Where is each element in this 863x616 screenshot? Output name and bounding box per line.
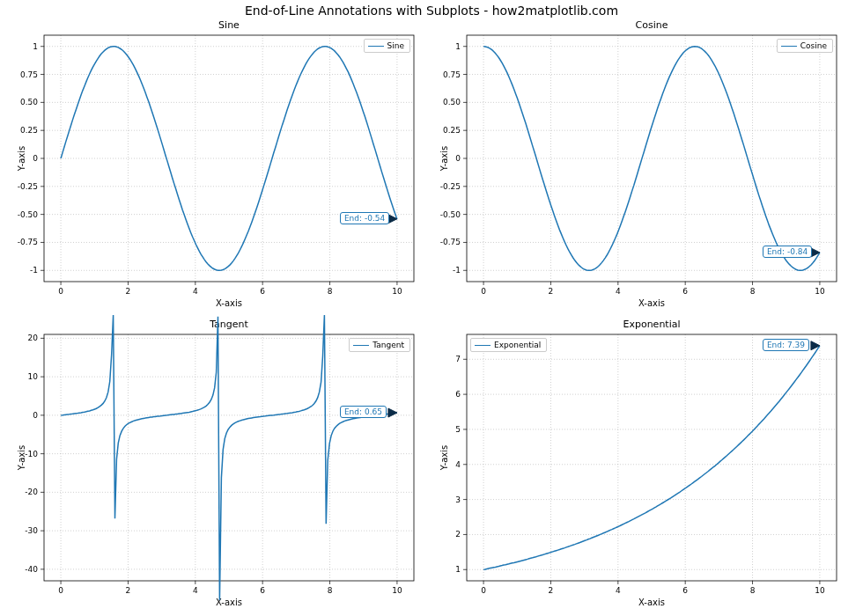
- svg-text:0.25: 0.25: [443, 126, 461, 135]
- subplot-exponential: Exponential Y-axis X-axis 02468101234567…: [467, 334, 837, 581]
- legend: Sine: [364, 39, 410, 53]
- svg-text:5: 5: [455, 425, 461, 434]
- axes-title: Exponential: [467, 319, 837, 330]
- legend-line-icon: [368, 46, 384, 47]
- svg-text:-1: -1: [30, 266, 38, 275]
- svg-text:1: 1: [455, 42, 461, 51]
- svg-text:8: 8: [328, 586, 333, 595]
- end-annotation: End: -0.54: [340, 212, 389, 224]
- svg-text:-40: -40: [25, 565, 38, 574]
- y-axis-label: Y-axis: [439, 146, 449, 172]
- svg-text:6: 6: [260, 586, 265, 595]
- svg-text:-0.75: -0.75: [18, 238, 38, 246]
- axes-title: Tangent: [44, 319, 414, 330]
- svg-rect-107: [44, 334, 414, 581]
- legend-line-icon: [781, 46, 797, 47]
- svg-text:1: 1: [455, 565, 461, 574]
- svg-text:10: 10: [815, 287, 825, 296]
- legend-line-icon: [475, 345, 491, 346]
- subplot-cosine: Cosine Y-axis X-axis 0246810-1-0.75-0.50…: [467, 35, 837, 282]
- svg-text:0: 0: [58, 586, 63, 595]
- svg-text:0: 0: [455, 154, 461, 163]
- svg-text:0: 0: [481, 287, 486, 296]
- svg-text:2: 2: [126, 586, 131, 595]
- svg-text:10: 10: [815, 586, 825, 595]
- subplot-tangent: Tangent Y-axis X-axis 0246810-40-30-20-1…: [44, 334, 414, 581]
- svg-text:10: 10: [28, 372, 39, 381]
- svg-text:20: 20: [28, 334, 39, 342]
- y-axis-label: Y-axis: [17, 146, 26, 172]
- svg-text:2: 2: [549, 586, 554, 595]
- svg-text:4: 4: [616, 586, 621, 595]
- svg-text:0.25: 0.25: [20, 126, 38, 135]
- legend-label: Exponential: [494, 341, 541, 349]
- svg-marker-134: [388, 408, 397, 417]
- legend: Exponential: [470, 338, 547, 352]
- svg-text:0: 0: [33, 411, 38, 420]
- end-annotation: End: 0.65: [340, 406, 387, 418]
- svg-rect-148: [467, 334, 837, 581]
- svg-text:8: 8: [328, 287, 333, 296]
- svg-text:6: 6: [682, 287, 688, 296]
- svg-text:-10: -10: [25, 450, 38, 458]
- axes-title: Cosine: [467, 19, 837, 31]
- svg-text:-1: -1: [453, 266, 461, 275]
- svg-text:-0.75: -0.75: [440, 238, 461, 246]
- svg-text:4: 4: [616, 287, 621, 296]
- svg-text:3: 3: [455, 495, 461, 504]
- svg-text:-20: -20: [25, 488, 38, 496]
- svg-text:7: 7: [455, 355, 461, 363]
- svg-text:2: 2: [549, 287, 554, 296]
- svg-text:2: 2: [126, 287, 131, 296]
- axes-title: Sine: [44, 19, 414, 31]
- svg-text:-0.25: -0.25: [440, 182, 461, 191]
- axes-canvas: 0246810-40-30-20-1001020: [44, 334, 414, 581]
- svg-text:-30: -30: [25, 526, 38, 535]
- legend: Cosine: [777, 39, 833, 53]
- svg-text:2: 2: [455, 530, 461, 539]
- svg-text:0.75: 0.75: [443, 70, 461, 79]
- x-axis-label: X-axis: [44, 598, 414, 607]
- svg-text:-0.50: -0.50: [440, 210, 461, 219]
- figure-suptitle: End-of-Line Annotations with Subplots - …: [0, 4, 863, 18]
- axes-canvas: 02468101234567: [467, 334, 837, 581]
- svg-text:0: 0: [33, 154, 38, 163]
- svg-text:4: 4: [455, 460, 461, 469]
- svg-text:6: 6: [260, 287, 265, 296]
- figure: End-of-Line Annotations with Subplots - …: [0, 0, 863, 616]
- axes-canvas: 0246810-1-0.75-0.50-0.2500.250.500.751: [44, 35, 414, 282]
- svg-text:-0.50: -0.50: [18, 210, 39, 219]
- legend-label: Sine: [387, 41, 404, 50]
- end-annotation: End: -0.84: [763, 246, 812, 258]
- svg-text:6: 6: [455, 390, 461, 399]
- x-axis-label: X-axis: [44, 298, 414, 308]
- svg-text:1: 1: [33, 42, 38, 51]
- legend-label: Cosine: [800, 41, 827, 50]
- legend-label: Tangent: [372, 341, 404, 349]
- svg-text:0: 0: [481, 586, 486, 595]
- svg-text:4: 4: [193, 586, 198, 595]
- svg-text:0.50: 0.50: [20, 98, 38, 106]
- svg-text:-0.25: -0.25: [18, 182, 38, 191]
- svg-text:8: 8: [750, 586, 756, 595]
- legend: Tangent: [349, 338, 410, 352]
- svg-text:10: 10: [392, 287, 402, 296]
- end-annotation: End: 7.39: [763, 339, 809, 351]
- x-axis-label: X-axis: [467, 598, 837, 607]
- svg-text:8: 8: [750, 287, 756, 296]
- svg-text:0.75: 0.75: [20, 70, 38, 79]
- svg-text:0: 0: [58, 287, 63, 296]
- y-axis-label: Y-axis: [439, 445, 449, 471]
- svg-text:0.50: 0.50: [443, 98, 461, 106]
- subplot-sine: Sine Y-axis X-axis 0246810-1-0.75-0.50-0…: [44, 35, 414, 282]
- legend-line-icon: [353, 345, 369, 346]
- svg-text:10: 10: [392, 586, 402, 595]
- svg-text:4: 4: [193, 287, 198, 296]
- svg-text:6: 6: [682, 586, 688, 595]
- x-axis-label: X-axis: [467, 298, 837, 308]
